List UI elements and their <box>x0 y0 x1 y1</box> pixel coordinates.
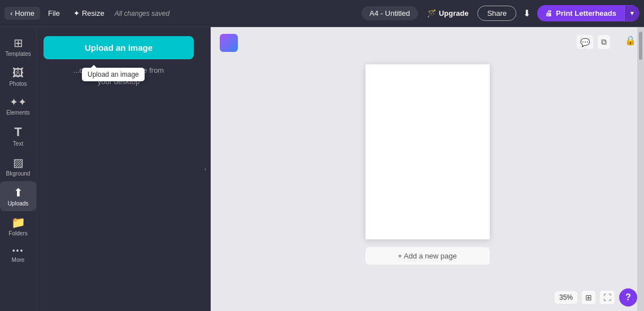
help-icon: ? <box>625 292 631 303</box>
print-label: Print Letterheads <box>556 9 616 17</box>
main-layout: ⊞ Templates 🖼 Photos ✦✦ Elements T Text … <box>0 27 644 311</box>
print-dropdown-arrow[interactable]: ▾ <box>624 6 639 21</box>
more-icon: ••• <box>12 247 24 255</box>
avatar-thumbnail <box>220 34 238 52</box>
sidebar-item-photos[interactable]: 🖼 Photos <box>0 62 36 91</box>
sidebar-item-background[interactable]: ▨ Bkground <box>0 151 36 181</box>
download-icon: ⬇ <box>523 8 530 18</box>
title-text: A4 - Untitled <box>369 9 410 17</box>
sidebar-item-uploads[interactable]: ⬆ Uploads <box>0 181 36 211</box>
add-page-button[interactable]: + Add a new page <box>365 247 490 265</box>
topnav: ‹ Home File ✦ Resize All changes saved A… <box>0 0 644 27</box>
text-label: Text <box>13 141 23 147</box>
folders-icon: 📁 <box>11 217 25 228</box>
uploads-panel: Upload an image ...or just drag one here… <box>37 27 201 311</box>
comment-icon-button[interactable]: 💬 <box>577 35 593 49</box>
collapse-icon: ‹ <box>204 166 206 172</box>
bottom-bar: 35% ⊞ ⛶ ? <box>555 288 637 306</box>
canvas-area: 💬 ⧉ 🔒 + Add a new page 35% ⊞ ⛶ ? <box>211 27 644 311</box>
text-icon: T <box>14 126 21 138</box>
scrollbar-thumb[interactable] <box>639 32 642 60</box>
upgrade-button[interactable]: 🪄 Upgrade <box>420 6 476 20</box>
file-button[interactable]: File <box>42 7 66 20</box>
sidebar-item-folders[interactable]: 📁 Folders <box>0 211 36 241</box>
sidebar-item-templates[interactable]: ⊞ Templates <box>0 32 36 62</box>
file-label: File <box>48 9 60 17</box>
elements-icon: ✦✦ <box>10 97 27 107</box>
collapse-handle[interactable]: ‹ <box>201 27 211 311</box>
canvas-lock-button[interactable]: 🔒 <box>625 35 636 46</box>
resize-label: Resize <box>82 9 105 17</box>
download-button[interactable]: ⬇ <box>519 5 535 21</box>
canvas-page <box>365 64 490 239</box>
grid-view-button[interactable]: ⊞ <box>582 291 595 304</box>
photos-label: Photos <box>9 81 27 87</box>
copy-icon-button[interactable]: ⧉ <box>598 35 610 49</box>
more-label: More <box>12 257 25 263</box>
upgrade-icon: 🪄 <box>427 9 436 17</box>
title-button[interactable]: A4 - Untitled <box>362 6 418 20</box>
drag-text: ...or just drag one here fromyour deskto… <box>43 65 194 87</box>
resize-button[interactable]: ✦ Resize <box>68 7 110 20</box>
share-label: Share <box>487 9 507 17</box>
chevron-left-icon: ‹ <box>10 9 12 17</box>
uploads-label: Uploads <box>8 200 29 207</box>
print-button[interactable]: 🖨 Print Letterheads ▾ <box>537 5 639 21</box>
print-icon: 🖨 <box>545 9 552 17</box>
help-button[interactable]: ? <box>619 288 637 306</box>
upgrade-label: Upgrade <box>439 9 469 17</box>
fullscreen-button[interactable]: ⛶ <box>600 291 615 304</box>
folders-label: Folders <box>8 230 27 236</box>
upload-image-button[interactable]: Upload an image <box>43 36 194 59</box>
zoom-level[interactable]: 35% <box>555 291 577 304</box>
sidebar-item-more[interactable]: ••• More <box>0 241 36 268</box>
templates-icon: ⊞ <box>14 37 23 49</box>
uploads-icon: ⬆ <box>14 187 23 198</box>
photos-icon: 🖼 <box>12 67 24 78</box>
home-label: Home <box>15 9 34 17</box>
background-label: Bkground <box>6 170 31 177</box>
resize-icon: ✦ <box>73 9 80 17</box>
share-button[interactable]: Share <box>477 6 516 21</box>
icon-rail: ⊞ Templates 🖼 Photos ✦✦ Elements T Text … <box>0 27 37 311</box>
canvas-top-icons: 💬 ⧉ <box>577 35 610 49</box>
elements-label: Elements <box>6 109 30 116</box>
sidebar-item-text[interactable]: T Text <box>0 120 36 151</box>
sidebar-item-elements[interactable]: ✦✦ Elements <box>0 91 36 120</box>
templates-label: Templates <box>5 51 31 57</box>
home-button[interactable]: ‹ Home <box>5 7 40 20</box>
background-icon: ▨ <box>13 157 24 168</box>
saved-status: All changes saved <box>115 10 169 17</box>
